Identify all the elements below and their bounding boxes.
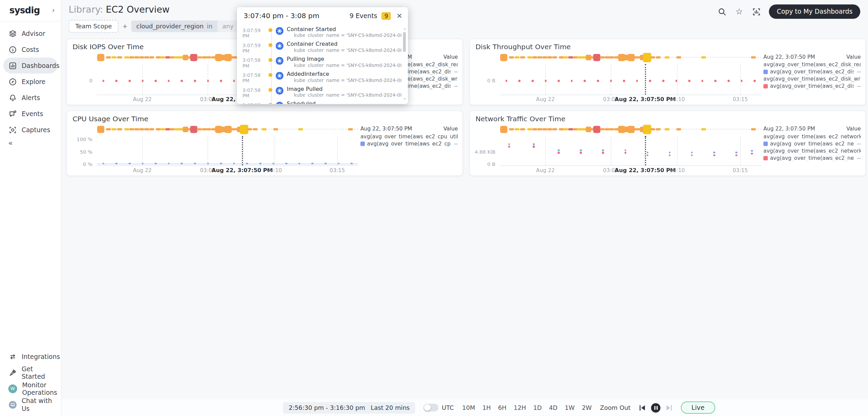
quick-range-12h[interactable]: 12H xyxy=(514,404,526,411)
event-marker[interactable] xyxy=(751,128,756,130)
events-popup-scrollbar[interactable]: ▴ ▾ xyxy=(403,27,406,100)
legend-group-row[interactable]: avg(avg_over_time(aws_ec2_disk_read_byte… xyxy=(763,61,861,68)
event-marker[interactable] xyxy=(298,128,303,130)
skip-back-icon[interactable] xyxy=(639,404,646,411)
sidebar-item-chat-with-us[interactable]: Chat with Us xyxy=(0,397,61,413)
event-marker[interactable] xyxy=(605,56,610,58)
quick-range-1h[interactable]: 1H xyxy=(482,404,491,411)
event-marker[interactable] xyxy=(542,56,547,58)
event-marker[interactable] xyxy=(520,56,525,58)
event-marker[interactable] xyxy=(532,56,537,58)
live-button[interactable]: Live xyxy=(681,402,715,414)
event-marker[interactable] xyxy=(568,56,573,58)
event-marker[interactable] xyxy=(117,56,122,58)
event-marker[interactable] xyxy=(600,128,605,130)
event-marker[interactable] xyxy=(206,128,212,130)
time-range-pill[interactable]: 2:56:30 pm - 3:16:30 pmLast 20 mins xyxy=(283,402,415,413)
event-marker[interactable] xyxy=(124,128,130,130)
event-marker[interactable] xyxy=(106,56,111,58)
event-marker[interactable] xyxy=(676,56,681,58)
event-list-item[interactable]: 3:07:59 PMContainer Startedkube_cluster_… xyxy=(237,24,403,39)
collapse-sidebar-icon[interactable]: « xyxy=(0,138,61,147)
event-marker[interactable] xyxy=(500,54,507,61)
event-marker[interactable] xyxy=(156,128,161,130)
event-marker[interactable] xyxy=(262,128,267,130)
event-marker[interactable] xyxy=(701,56,706,58)
event-marker[interactable] xyxy=(144,128,149,130)
event-marker[interactable] xyxy=(253,128,258,130)
event-marker[interactable] xyxy=(568,128,573,130)
event-marker[interactable] xyxy=(547,56,552,58)
event-marker[interactable] xyxy=(563,56,569,58)
event-marker[interactable] xyxy=(515,128,520,130)
event-list-item[interactable]: 3:07:58 PMPulling Imagekube_cluster_name… xyxy=(237,54,403,69)
event-marker[interactable] xyxy=(165,56,170,58)
quick-range-10m[interactable]: 10M xyxy=(462,404,475,411)
event-marker[interactable] xyxy=(542,128,547,130)
event-marker[interactable] xyxy=(665,128,670,130)
scroll-up-icon[interactable]: ▴ xyxy=(403,27,406,30)
event-marker[interactable] xyxy=(563,128,569,130)
event-marker[interactable] xyxy=(605,128,610,130)
team-scope-pill[interactable]: Team Scope xyxy=(69,20,119,32)
event-marker[interactable] xyxy=(202,56,207,58)
event-marker[interactable] xyxy=(247,128,252,130)
skip-forward-icon[interactable] xyxy=(665,404,672,411)
sidebar-item-get-started[interactable]: Get Started xyxy=(0,364,61,380)
event-marker[interactable] xyxy=(751,56,756,58)
sidebar-item-alerts[interactable]: Alerts xyxy=(0,89,61,106)
event-marker[interactable] xyxy=(149,128,155,130)
pause-button[interactable] xyxy=(651,403,660,413)
event-marker[interactable] xyxy=(559,56,564,58)
event-marker[interactable] xyxy=(552,56,557,58)
event-marker[interactable] xyxy=(537,128,543,130)
event-marker[interactable] xyxy=(190,126,197,133)
event-list-item[interactable]: 3:07:58 PMImage Pulledkube_cluster_name … xyxy=(237,84,403,99)
legend-series-row[interactable]: avg(avg_over_time(aws_ec2_cpu_utilizati.… xyxy=(360,140,458,147)
event-marker[interactable] xyxy=(547,128,552,130)
event-marker[interactable] xyxy=(656,128,661,130)
sidebar-item-integrations[interactable]: Integrations xyxy=(0,348,61,364)
event-marker[interactable] xyxy=(129,56,134,58)
zoom-out-button[interactable]: Zoom Out xyxy=(600,404,630,411)
event-marker[interactable] xyxy=(528,128,533,130)
event-marker[interactable] xyxy=(160,128,165,130)
legend-group-row[interactable]: avg(avg_over_time(aws_ec2_cpu_utilizatio… xyxy=(360,133,458,140)
event-marker[interactable] xyxy=(134,128,139,130)
event-marker[interactable] xyxy=(532,128,537,130)
event-list-item[interactable]: 3:07:58 PMAddedInterfacekube_cluster_nam… xyxy=(237,69,403,84)
event-marker[interactable] xyxy=(515,56,520,58)
event-marker[interactable] xyxy=(600,56,605,58)
event-marker[interactable] xyxy=(701,128,706,130)
event-marker[interactable] xyxy=(520,128,525,130)
legend-group-row[interactable]: avg(avg_over_time(aws_ec2_network_out{$_… xyxy=(763,147,861,154)
event-marker[interactable] xyxy=(117,128,122,130)
copy-to-my-dashboards-button[interactable]: Copy to My Dashboards xyxy=(769,4,860,19)
quick-range-2w[interactable]: 2W xyxy=(582,404,592,411)
legend-series-row[interactable]: avg(avg_over_time(aws_ec2_disk_write_b..… xyxy=(763,82,861,89)
event-marker[interactable] xyxy=(348,128,353,130)
event-marker[interactable] xyxy=(197,128,202,130)
event-marker[interactable] xyxy=(97,54,104,61)
event-marker[interactable] xyxy=(112,128,117,130)
event-marker[interactable] xyxy=(610,128,615,130)
event-marker[interactable] xyxy=(552,128,557,130)
legend-group-row[interactable]: avg(avg_over_time(aws_ec2_disk_write_byt… xyxy=(763,75,861,82)
scrollbar-thumb[interactable] xyxy=(403,32,406,52)
quick-range-6h[interactable]: 6H xyxy=(498,404,507,411)
legend-series-row[interactable]: avg(avg_over_time(aws_ec2_network_out{..… xyxy=(763,154,861,162)
event-marker[interactable] xyxy=(156,56,161,58)
quick-range-4d[interactable]: 4D xyxy=(549,404,558,411)
event-marker[interactable] xyxy=(106,128,111,130)
sidebar-expand-icon[interactable]: › xyxy=(52,6,55,14)
sidebar-item-advisor[interactable]: Advisor xyxy=(0,25,61,41)
event-marker[interactable] xyxy=(197,56,202,58)
event-marker[interactable] xyxy=(273,128,279,130)
event-marker[interactable] xyxy=(656,56,661,58)
legend-series-row[interactable]: avg(avg_over_time(aws_ec2_network_in{$..… xyxy=(763,140,861,147)
event-marker[interactable] xyxy=(202,128,207,130)
scan-chart-icon[interactable] xyxy=(752,7,761,16)
event-marker[interactable] xyxy=(500,126,507,133)
close-icon[interactable]: × xyxy=(397,12,403,19)
legend-group-row[interactable]: avg(avg_over_time(aws_ec2_network_in{$__… xyxy=(763,133,861,140)
